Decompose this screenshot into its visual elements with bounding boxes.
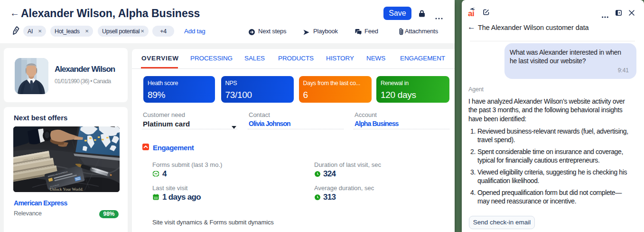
svg-text:ai: ai (468, 9, 474, 17)
svg-text:Unlock Your World.: Unlock Your World. (50, 187, 84, 192)
